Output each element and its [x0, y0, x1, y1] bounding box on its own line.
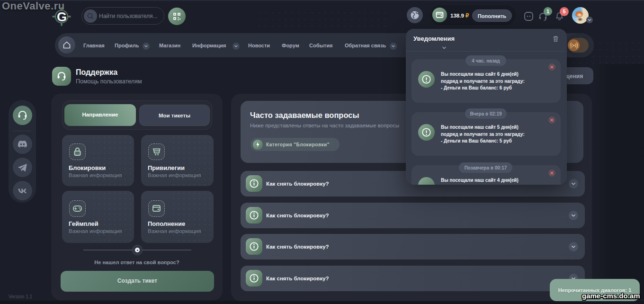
svg-text:G: G	[57, 10, 67, 24]
